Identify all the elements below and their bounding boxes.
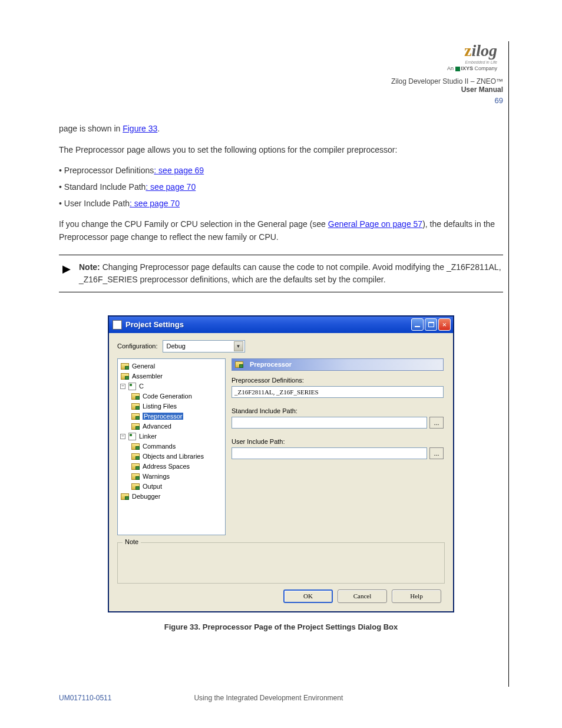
collapse-icon[interactable]: − <box>120 384 125 389</box>
bullet3-link[interactable]: : see page 70 <box>130 199 180 208</box>
std-include-browse-button[interactable]: ... <box>429 417 444 429</box>
document-page: zilog Embedded in Life An IXYS Company Z… <box>0 0 562 655</box>
user-include-browse-button[interactable]: ... <box>429 447 444 459</box>
logo-tagline: Embedded in Life <box>59 60 497 64</box>
std-include-label: Standard Include Path: <box>232 407 444 414</box>
doc-title-line1: Zilog Developer Studio II – ZNEO™ <box>59 77 503 85</box>
general-page-link[interactable]: General Page on page 57 <box>328 219 422 229</box>
logo-text: zilog <box>59 41 497 60</box>
bullet1-link[interactable]: : see page 69 <box>154 166 204 175</box>
minimize-button[interactable] <box>411 318 424 331</box>
doc-header: Zilog Developer Studio II – ZNEO™ User M… <box>59 77 503 94</box>
std-include-input[interactable] <box>232 417 427 429</box>
tree-c[interactable]: −C <box>119 381 224 391</box>
note-groupbox: Note <box>117 542 445 584</box>
note-block: ▶ Note: Changing Preprocessor page defau… <box>59 255 503 292</box>
tree-output[interactable]: Output <box>119 482 224 492</box>
tree-linker[interactable]: −Linker <box>119 431 224 442</box>
panel-header-icon <box>234 360 244 368</box>
doc-number: UM017110-0511 <box>59 694 111 702</box>
configuration-combo[interactable]: Debug ▼ <box>163 340 245 353</box>
dialog-screenshot: Project Settings × Configuration: Debug … <box>108 316 454 612</box>
configuration-value: Debug <box>167 342 186 350</box>
bullet2-link[interactable]: : see page 70 <box>146 182 196 192</box>
user-include-input[interactable] <box>232 447 427 459</box>
tree-preprocessor[interactable]: Preprocessor <box>119 411 224 421</box>
maximize-button[interactable] <box>425 318 437 331</box>
defs-label: Preprocessor Definitions: <box>232 377 444 384</box>
collapse-icon[interactable]: − <box>120 434 125 439</box>
cancel-button[interactable]: Cancel <box>338 589 387 603</box>
doc-title-line2: User Manual <box>59 85 503 94</box>
bullet1-label: Preprocessor Definitions <box>64 166 154 175</box>
configuration-label: Configuration: <box>117 342 158 350</box>
logo-rest: ilog <box>471 41 497 60</box>
tree-debugger[interactable]: Debugger <box>119 492 224 502</box>
system-menu-icon[interactable] <box>113 320 122 330</box>
user-include-label: User Include Path: <box>232 438 444 445</box>
tree-general[interactable]: General <box>119 361 224 371</box>
body-text: page is shown in Figure 33. The Preproce… <box>59 123 503 244</box>
tree-warnings[interactable]: Warnings <box>119 472 224 482</box>
project-settings-dialog: Project Settings × Configuration: Debug … <box>108 316 454 612</box>
logo-company: An IXYS Company <box>59 65 497 71</box>
titlebar[interactable]: Project Settings × <box>109 317 453 333</box>
configuration-row: Configuration: Debug ▼ <box>117 340 445 353</box>
page-number: 69 <box>59 96 503 105</box>
figure-caption: Figure 33. Preprocessor Page of the Proj… <box>59 622 503 631</box>
combo-chevron-icon[interactable]: ▼ <box>234 341 243 351</box>
preprocessor-definitions-input[interactable] <box>232 386 444 398</box>
logo-block: zilog Embedded in Life An IXYS Company <box>59 41 503 71</box>
dialog-button-row: OK Cancel Help <box>117 589 445 605</box>
ok-button[interactable]: OK <box>283 589 333 603</box>
figure-link[interactable]: Figure 33 <box>123 124 157 133</box>
bullet2-label: Standard Include Path <box>64 182 146 192</box>
footer-section: Using the Integrated Development Environ… <box>194 694 343 702</box>
tree-codegen[interactable]: Code Generation <box>119 391 224 401</box>
para2: The Preprocessor page allows you to set … <box>59 144 503 157</box>
dialog-title: Project Settings <box>125 320 410 329</box>
note-label: Note: <box>79 262 100 272</box>
tree-objects[interactable]: Objects and Libraries <box>119 452 224 462</box>
close-button[interactable]: × <box>438 318 451 331</box>
ixys-icon <box>455 67 460 71</box>
note-arrow-icon: ▶ <box>59 261 79 274</box>
tree-advanced[interactable]: Advanced <box>119 421 224 431</box>
tree-listing[interactable]: Listing Files <box>119 401 224 411</box>
vertical-rule <box>508 41 509 687</box>
settings-tree[interactable]: General Assembler −C Code Generation Lis… <box>117 358 226 535</box>
panel-header: Preprocessor <box>232 358 444 371</box>
note-legend: Note <box>123 538 141 545</box>
tree-address[interactable]: Address Spaces <box>119 462 224 472</box>
bullet3-label: User Include Path <box>64 199 130 208</box>
tree-commands[interactable]: Commands <box>119 442 224 452</box>
tree-assembler[interactable]: Assembler <box>119 371 224 381</box>
note-text: Note: Changing Preprocessor page default… <box>79 261 503 286</box>
logo-z: z <box>464 41 471 60</box>
help-button[interactable]: Help <box>392 589 441 603</box>
preprocessor-panel: Preprocessor Preprocessor Definitions: S… <box>226 358 445 535</box>
page-footer: UM017110-0511 Using the Integrated Devel… <box>59 694 343 702</box>
